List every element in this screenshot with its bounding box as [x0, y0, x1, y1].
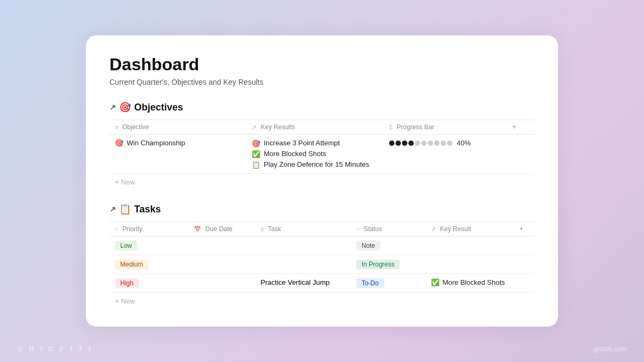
kr-icon-1: 🎯	[252, 139, 260, 147]
th-status-icon: ○	[356, 226, 360, 232]
task-row1-plus	[514, 237, 535, 255]
objectives-table-header: ≡ Objective ↗ Key Results Σ Progress Bar…	[109, 120, 535, 135]
objectives-new-row[interactable]: + New	[109, 174, 535, 191]
task-row-2: Medium In Progress	[109, 255, 535, 274]
objective-icon: 🎯	[115, 139, 123, 147]
task-priority-3: High	[109, 274, 188, 293]
dot-10	[447, 141, 452, 146]
footer: G R I D F I T I gridfiti.com	[0, 335, 644, 362]
objectives-new-label: New	[121, 178, 135, 186]
th-task-label: Task	[268, 225, 281, 233]
kr-item-2: ✅ More Blocked Shots	[252, 150, 378, 158]
th-priority-icon: ○	[115, 226, 119, 232]
kr-ref-text: More Blocked Shots	[442, 278, 504, 286]
objectives-label: Objectives	[134, 102, 183, 113]
kr-text-2: More Blocked Shots	[264, 150, 326, 158]
footer-brand-left: G R I D F I T I	[17, 345, 93, 353]
task-duedate-2	[188, 255, 255, 274]
kr-ref-icon: ✅	[431, 278, 440, 286]
task-keyresult-1	[426, 237, 514, 255]
dashboard-title: Dashboard	[109, 55, 535, 75]
task-row2-plus	[514, 255, 535, 274]
task-row-1: Low Note	[109, 237, 535, 255]
th-objective: ≡ Objective	[109, 120, 246, 135]
task-row3-plus	[514, 274, 535, 293]
th-progress-icon: Σ	[389, 124, 393, 130]
th-task-icon: ≡	[261, 226, 264, 232]
th-keyresults-icon: ↗	[252, 124, 257, 130]
kr-text-1: Increase 3 Point Attempt	[264, 139, 340, 147]
key-results-list: 🎯 Increase 3 Point Attempt ✅ More Blocke…	[252, 139, 378, 169]
key-results-cell: 🎯 Increase 3 Point Attempt ✅ More Blocke…	[246, 135, 383, 174]
kr-ref-blocked-shots: ✅ More Blocked Shots	[431, 278, 509, 286]
priority-badge-medium: Medium	[115, 260, 149, 269]
tasks-link-icon[interactable]: ↗	[109, 205, 116, 213]
th-keyresult: ↗ Key Result	[426, 222, 514, 237]
th-priority: ○ Priority	[109, 222, 188, 237]
tasks-new-icon: +	[115, 297, 119, 305]
objectives-new-cell[interactable]: + New	[109, 174, 535, 191]
task-row-3: High Practice Vertical Jump To-Do ✅ More…	[109, 274, 535, 293]
dot-5	[415, 141, 420, 146]
kr-item-1: 🎯 Increase 3 Point Attempt	[252, 139, 378, 147]
status-badge-todo: To-Do	[356, 278, 384, 288]
th-duedate: 📅 Due Date	[188, 222, 255, 237]
progress-dots: 40%	[389, 139, 502, 147]
tasks-section-header: ↗ 📋 Tasks	[109, 203, 535, 215]
th-keyresult-icon: ↗	[431, 226, 436, 232]
objectives-table: ≡ Objective ↗ Key Results Σ Progress Bar…	[109, 120, 535, 190]
th-objective-label: Objective	[122, 123, 149, 131]
tasks-icon: 📋	[119, 203, 131, 215]
task-duedate-3	[188, 274, 255, 293]
dot-4	[408, 141, 414, 146]
task-status-3: To-Do	[351, 274, 426, 293]
th-status: ○ Status	[351, 222, 426, 237]
objective-cell: 🎯 Win Championship	[109, 135, 246, 174]
kr-item-3: 📋 Play Zone Defence for 15 Minutes	[252, 160, 378, 169]
dashboard-subtitle: Current Quarter's, Objectives and Key Re…	[109, 78, 535, 86]
th-objective-icon: ≡	[115, 124, 118, 130]
th-plus-tasks[interactable]: +	[514, 222, 535, 237]
dot-3	[402, 141, 407, 146]
task-status-1: Note	[351, 237, 426, 255]
progress-pct: 40%	[457, 139, 471, 147]
task-name-3: Practice Vertical Jump	[255, 274, 351, 293]
th-status-label: Status	[364, 225, 382, 233]
priority-badge-high: High	[115, 278, 139, 288]
dot-1	[389, 141, 394, 146]
priority-badge-low: Low	[115, 241, 137, 250]
obj-row-plus	[507, 135, 535, 174]
section-gap	[109, 190, 535, 203]
th-task: ≡ Task	[255, 222, 351, 237]
kr-icon-2: ✅	[252, 150, 260, 158]
objectives-new-icon: +	[115, 178, 119, 186]
objective-row-1: 🎯 Win Championship 🎯 Increase 3 Point At…	[109, 135, 535, 174]
dot-2	[396, 141, 401, 146]
th-progress-label: Progress Bar	[397, 123, 434, 131]
th-priority-label: Priority	[122, 225, 142, 233]
task-keyresult-3: ✅ More Blocked Shots	[426, 274, 514, 293]
th-plus-obj[interactable]: +	[507, 120, 535, 135]
dot-6	[421, 141, 427, 146]
kr-icon-3: 📋	[252, 161, 260, 169]
th-duedate-icon: 📅	[194, 226, 201, 232]
tasks-table: ○ Priority 📅 Due Date ≡ Task ○ Status ↗	[109, 221, 535, 309]
footer-brand-right: gridfiti.com	[593, 345, 627, 353]
status-badge-note: Note	[356, 241, 380, 250]
status-badge-inprogress: In Progress	[356, 260, 400, 269]
tasks-table-header: ○ Priority 📅 Due Date ≡ Task ○ Status ↗	[109, 222, 535, 237]
tasks-new-label: New	[121, 297, 135, 305]
progress-cell: 40%	[384, 135, 507, 174]
th-keyresults: ↗ Key Results	[246, 120, 383, 135]
dot-8	[434, 141, 440, 146]
tasks-new-cell[interactable]: + New	[109, 293, 535, 310]
tasks-label: Tasks	[134, 204, 161, 215]
kr-text-3: Play Zone Defence for 15 Minutes	[264, 160, 369, 168]
task-priority-1: Low	[109, 237, 188, 255]
objectives-link-icon[interactable]: ↗	[109, 103, 116, 112]
dot-7	[428, 141, 433, 146]
objectives-section-header: ↗ 🎯 Objectives	[109, 101, 535, 113]
dot-9	[441, 141, 446, 146]
tasks-new-row[interactable]: + New	[109, 293, 535, 310]
task-name-2	[255, 255, 351, 274]
